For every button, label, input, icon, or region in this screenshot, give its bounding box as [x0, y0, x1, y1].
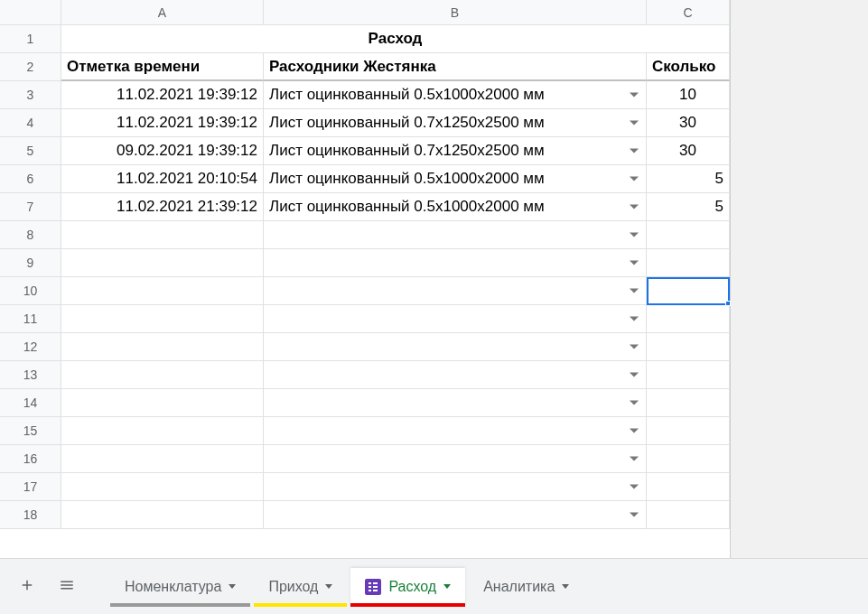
cell-A9[interactable] [61, 249, 264, 277]
cell-C4[interactable]: 30 [647, 109, 730, 137]
column-header-A[interactable]: A [61, 0, 264, 25]
cell-A15[interactable] [61, 417, 264, 445]
row-header-4[interactable]: 4 [0, 109, 61, 137]
tab-prihod[interactable]: Приход [254, 568, 347, 606]
row-header-8[interactable]: 8 [0, 221, 61, 249]
column-header-C[interactable]: C [647, 0, 730, 25]
cell-C18[interactable] [647, 501, 730, 529]
all-sheets-button[interactable] [49, 569, 85, 605]
row-header-10[interactable]: 10 [0, 277, 61, 305]
cell-A3[interactable]: 11.02.2021 19:39:12 [61, 81, 264, 109]
row-header-7[interactable]: 7 [0, 193, 61, 221]
tab-label: Расход [388, 579, 436, 595]
row-header-6[interactable]: 6 [0, 165, 61, 193]
tab-nomenklatura[interactable]: Номенклатура [110, 568, 250, 606]
dropdown-icon[interactable] [630, 485, 639, 489]
cell-C5[interactable]: 30 [647, 137, 730, 165]
row-header-11[interactable]: 11 [0, 305, 61, 333]
cell-C6[interactable]: 5 [647, 165, 730, 193]
cell-B7[interactable]: Лист оцинкованный 0.5х1000х2000 мм [264, 193, 647, 221]
cell-C7[interactable]: 5 [647, 193, 730, 221]
row-header-15[interactable]: 15 [0, 417, 61, 445]
cell-B16[interactable] [264, 445, 647, 473]
row-header-13[interactable]: 13 [0, 361, 61, 389]
row-header-18[interactable]: 18 [0, 501, 61, 529]
add-sheet-button[interactable] [9, 569, 45, 605]
cell-B8[interactable] [264, 221, 647, 249]
row-header-9[interactable]: 9 [0, 249, 61, 277]
cell-C15[interactable] [647, 417, 730, 445]
cell-A10[interactable] [61, 277, 264, 305]
row-header-3[interactable]: 3 [0, 81, 61, 109]
column-header-B[interactable]: B [264, 0, 647, 25]
cell-B9[interactable] [264, 249, 647, 277]
row-header-5[interactable]: 5 [0, 137, 61, 165]
cell-C13[interactable] [647, 361, 730, 389]
fill-handle[interactable] [725, 301, 731, 306]
dropdown-icon[interactable] [630, 233, 639, 237]
row-header-16[interactable]: 16 [0, 445, 61, 473]
dropdown-icon[interactable] [630, 401, 639, 405]
cell-A13[interactable] [61, 361, 264, 389]
cell-B14[interactable] [264, 389, 647, 417]
cell-A11[interactable] [61, 305, 264, 333]
cell-B18[interactable] [264, 501, 647, 529]
cell-C16[interactable] [647, 445, 730, 473]
cell-A17[interactable] [61, 473, 264, 501]
cell-C17[interactable] [647, 473, 730, 501]
dropdown-icon[interactable] [630, 513, 639, 517]
cell-C8[interactable] [647, 221, 730, 249]
tab-rashod[interactable]: Расход [350, 568, 465, 606]
header-C[interactable]: Сколько [647, 53, 730, 81]
row-header-14[interactable]: 14 [0, 389, 61, 417]
cell-B6[interactable]: Лист оцинкованный 0.5х1000х2000 мм [264, 165, 647, 193]
dropdown-icon[interactable] [630, 149, 639, 154]
tab-analitika[interactable]: Аналитика [469, 568, 583, 606]
cell-C9[interactable] [647, 249, 730, 277]
dropdown-icon[interactable] [630, 289, 639, 293]
cell-B10[interactable] [264, 277, 647, 305]
cell-C12[interactable] [647, 333, 730, 361]
cell-C3[interactable]: 10 [647, 81, 730, 109]
row-header-1[interactable]: 1 [0, 25, 61, 53]
select-all-corner[interactable] [0, 0, 61, 25]
cell-C14[interactable] [647, 389, 730, 417]
row-header-17[interactable]: 17 [0, 473, 61, 501]
cell-C10[interactable] [647, 277, 730, 305]
dropdown-icon[interactable] [630, 317, 639, 321]
cell-B13[interactable] [264, 361, 647, 389]
cell-B17[interactable] [264, 473, 647, 501]
plus-icon [19, 577, 35, 596]
dropdown-icon[interactable] [630, 177, 639, 181]
cell-A8[interactable] [61, 221, 264, 249]
cell-A16[interactable] [61, 445, 264, 473]
header-A[interactable]: Отметка времени [61, 53, 264, 81]
dropdown-icon[interactable] [630, 121, 639, 126]
dropdown-icon[interactable] [630, 345, 639, 349]
dropdown-icon[interactable] [630, 373, 639, 377]
cell-B4[interactable]: Лист оцинкованный 0.7х1250х2500 мм [264, 109, 647, 137]
cell-A6[interactable]: 11.02.2021 20:10:54 [61, 165, 264, 193]
cell-A18[interactable] [61, 501, 264, 529]
dropdown-icon[interactable] [630, 205, 639, 209]
cell-B11[interactable] [264, 305, 647, 333]
cell-A4[interactable]: 11.02.2021 19:39:12 [61, 109, 264, 137]
cell-A5[interactable]: 09.02.2021 19:39:12 [61, 137, 264, 165]
header-B[interactable]: Расходники Жестянка [264, 53, 647, 81]
row-header-12[interactable]: 12 [0, 333, 61, 361]
dropdown-icon[interactable] [630, 261, 639, 265]
cell-B5[interactable]: Лист оцинкованный 0.7х1250х2500 мм [264, 137, 647, 165]
dropdown-icon[interactable] [630, 457, 639, 461]
dropdown-icon[interactable] [630, 429, 639, 433]
cell-A12[interactable] [61, 333, 264, 361]
cell-A14[interactable] [61, 389, 264, 417]
cell-B12[interactable] [264, 333, 647, 361]
cell-C11[interactable] [647, 305, 730, 333]
title-cell[interactable]: Расход [61, 25, 730, 53]
row-header-2[interactable]: 2 [0, 53, 61, 81]
cell-A7[interactable]: 11.02.2021 21:39:12 [61, 193, 264, 221]
cell-B3[interactable]: Лист оцинкованный 0.5х1000х2000 мм [264, 81, 647, 109]
menu-icon [59, 577, 75, 596]
dropdown-icon[interactable] [630, 93, 639, 98]
cell-B15[interactable] [264, 417, 647, 445]
